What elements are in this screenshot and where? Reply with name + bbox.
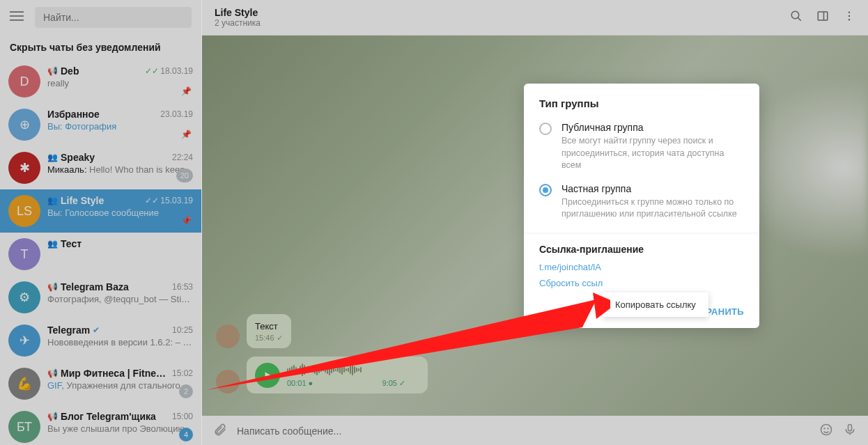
chat-item[interactable]: ⊕Избранное23.03.19Вы: Фотография📌	[0, 103, 201, 146]
channel-icon: 📢	[47, 368, 58, 378]
chat-item[interactable]: 💪📢Мир Фитнеса | FitnessRU15:02GIF, Упраж…	[0, 362, 201, 405]
chat-name: Speaky	[61, 152, 95, 163]
chat-date: 15:02	[172, 368, 193, 378]
chat-name: Telegram	[47, 325, 90, 336]
chat-name: Deb	[61, 65, 79, 77]
chat-preview: Вы: Фотография	[47, 121, 193, 132]
chat-avatar: ⚙	[8, 281, 40, 313]
group-icon: 👥	[47, 153, 58, 162]
chat-item[interactable]: D📢Deb✓✓18.03.19really📌	[0, 60, 201, 103]
chat-item[interactable]: T👥Тест	[0, 233, 201, 276]
chat-preview: GIF, Упражнения для стального ...	[47, 380, 193, 391]
chat-preview: really	[47, 78, 193, 88]
search-input[interactable]	[35, 7, 192, 28]
channel-icon: 📢	[47, 282, 58, 292]
main-area: Life Style 2 участника Текст 15:46 ✓	[202, 0, 868, 445]
chat-item[interactable]: БТ📢Блог Telegram'щика15:00Вы уже слышали…	[0, 405, 201, 445]
chat-name: Избранное	[47, 109, 100, 120]
chat-avatar: БТ	[8, 411, 40, 443]
group-icon: 👥	[47, 239, 58, 249]
chat-name: Блог Telegram'щика	[61, 411, 156, 422]
chat-avatar: ✱	[8, 152, 40, 184]
archive-header[interactable]: Скрыть чаты без уведомлений	[0, 35, 201, 60]
svg-rect-0	[10, 11, 24, 13]
svg-rect-2	[10, 19, 24, 21]
chat-name: Telegram Baza	[61, 281, 129, 292]
unread-badge: 4	[179, 428, 193, 442]
chat-preview: Нововведения в версии 1.6.2: – Вы м...	[47, 337, 193, 348]
chat-preview: Фотография, @teqqru_bot — Sticker...	[47, 294, 193, 304]
radio-icon	[539, 123, 552, 135]
chat-item[interactable]: LS👥Life Style✓✓15.03.19Вы: Голосовое соо…	[0, 189, 201, 233]
svg-rect-1	[10, 15, 24, 17]
sidebar: Скрыть чаты без уведомлений D📢Deb✓✓18.03…	[0, 0, 202, 445]
chat-date: 23.03.19	[160, 109, 193, 119]
invite-link[interactable]: t.me/joinchat/lA	[539, 262, 744, 272]
chat-preview: Вы: Голосовое сообщение	[47, 208, 193, 218]
chat-item[interactable]: ⚙📢Telegram Baza16:53Фотография, @teqqru_…	[0, 276, 201, 319]
unread-badge: 20	[176, 169, 193, 182]
menu-icon[interactable]	[10, 9, 24, 26]
reset-link[interactable]: Сбросить ссыл	[539, 278, 744, 288]
chat-date: 10:25	[172, 325, 193, 335]
chat-preview: Микааль: Hello! Who than is keen...	[47, 164, 193, 175]
chat-avatar: D	[8, 65, 40, 97]
chat-avatar: 💪	[8, 368, 40, 400]
chat-item[interactable]: ✱👥Speaky22:24Микааль: Hello! Who than is…	[0, 146, 201, 189]
chat-date: ✓✓15.03.19	[145, 196, 193, 205]
pin-icon: 📌	[181, 130, 192, 139]
verified-icon: ✔	[93, 325, 100, 335]
chat-item[interactable]: ✈Telegram✔10:25Нововведения в версии 1.6…	[0, 319, 201, 362]
pin-icon: 📌	[181, 86, 192, 96]
chat-date: 16:53	[172, 282, 193, 292]
chat-avatar: ⊕	[8, 109, 40, 141]
chat-avatar: ✈	[8, 325, 40, 357]
chat-name: Мир Фитнеса | FitnessRU	[61, 368, 169, 379]
modal-title: Тип группы	[539, 97, 744, 109]
chat-list: D📢Deb✓✓18.03.19really📌⊕Избранное23.03.19…	[0, 60, 201, 445]
chat-preview: Вы уже слышали про Эволюцию...	[47, 423, 193, 434]
channel-icon: 📢	[47, 66, 58, 76]
chat-date: 15:00	[172, 412, 193, 421]
chat-name: Life Style	[61, 195, 104, 206]
group-type-modal: Тип группы Публичная группа Все могут на…	[524, 84, 759, 328]
copy-link-menu-item[interactable]: Копировать ссылку	[603, 292, 708, 317]
public-group-option[interactable]: Публичная группа Все могут найти группу …	[539, 122, 744, 172]
chat-date: 22:24	[172, 153, 193, 162]
pin-icon: 📌	[181, 216, 192, 226]
radio-icon	[539, 184, 552, 196]
chat-name: Тест	[61, 238, 82, 249]
group-icon: 👥	[47, 196, 58, 205]
invite-link-title: Ссылка-приглашение	[539, 244, 744, 255]
channel-icon: 📢	[47, 412, 58, 421]
chat-date: ✓✓18.03.19	[145, 66, 193, 76]
unread-badge: 2	[179, 384, 193, 398]
private-group-option[interactable]: Частная группа Присоединиться к группе м…	[539, 183, 744, 221]
chat-avatar: T	[8, 238, 40, 270]
chat-avatar: LS	[8, 195, 40, 227]
